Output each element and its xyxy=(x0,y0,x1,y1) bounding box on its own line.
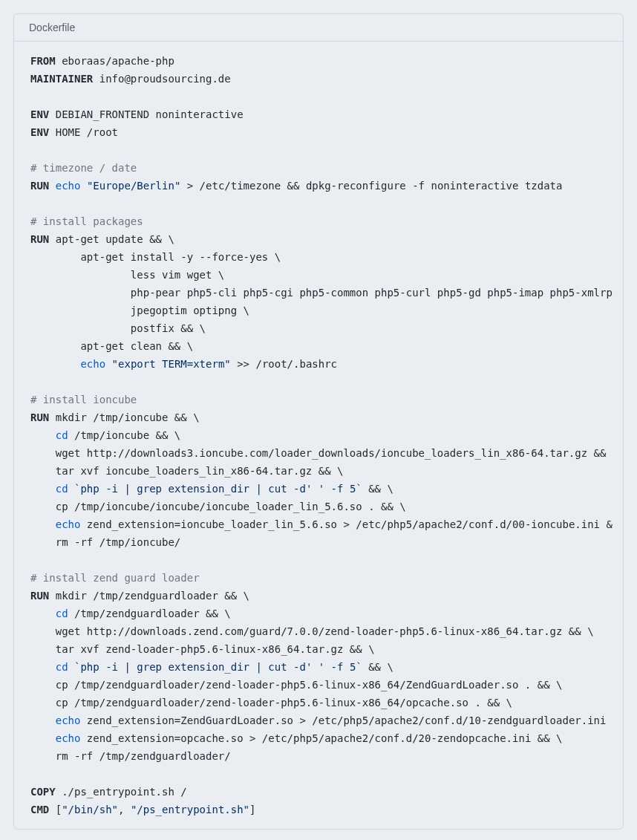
code-token: `php -i | grep extension_dir | cut -d' '… xyxy=(74,661,362,673)
code-token: jpegoptim optipng \ xyxy=(30,305,249,316)
code-line: rm -rf /tmp/zendguardloader/ xyxy=(17,747,623,765)
code-line: echo "export TERM=xterm" >> /root/.bashr… xyxy=(17,355,623,373)
code-token: zend_extension=ioncube_loader_lin_5.6.so… xyxy=(80,518,612,530)
code-token xyxy=(68,483,74,495)
code-token xyxy=(30,358,80,370)
code-token xyxy=(30,518,56,530)
code-token: zend_extension=ZendGuardLoader.so > /etc… xyxy=(80,714,606,726)
code-line xyxy=(17,373,623,391)
code-token: mkdir /tmp/zendguardloader && \ xyxy=(49,590,249,602)
code-token: "Europe/Berlin" xyxy=(87,180,180,192)
code-token xyxy=(30,714,56,726)
code-token: echo xyxy=(56,180,81,192)
code-line: cp /tmp/zendguardloader/zend-loader-php5… xyxy=(17,676,623,694)
code-line: tar xvf zend-loader-php5.6-linux-x86_64.… xyxy=(17,640,623,658)
code-line: tar xvf ioncube_loaders_lin_x86-64.tar.g… xyxy=(17,462,623,480)
code-line: MAINTAINER info@proudsourcing.de xyxy=(17,70,623,88)
code-token: # timezone / date xyxy=(30,162,137,174)
code-line xyxy=(17,551,623,569)
panel-title: Dockerfile xyxy=(14,14,623,42)
code-token: # install packages xyxy=(30,215,143,227)
code-line: cd `php -i | grep extension_dir | cut -d… xyxy=(17,658,623,676)
code-token: wget http://downloads3.ioncube.com/loade… xyxy=(30,447,606,459)
code-token: "/ps_entrypoint.sh" xyxy=(131,804,249,815)
code-token: ENV xyxy=(30,108,49,120)
code-token: less vim wget \ xyxy=(30,269,224,281)
code-token: rm -rf /tmp/zendguardloader/ xyxy=(30,750,231,762)
code-line: echo zend_extension=opcache.so > /etc/ph… xyxy=(17,729,623,747)
code-token: apt-get install -y --force-yes \ xyxy=(30,251,281,263)
code-line: cd /tmp/zendguardloader && \ xyxy=(17,605,623,622)
code-token: "export TERM=xterm" xyxy=(112,358,231,370)
code-line: RUN echo "Europe/Berlin" > /etc/timezone… xyxy=(17,177,623,195)
code-body[interactable]: FROM eboraas/apache-phpMAINTAINER info@p… xyxy=(14,42,623,829)
code-token: CMD xyxy=(30,804,49,815)
code-token xyxy=(30,608,56,619)
code-token: , xyxy=(118,804,131,815)
code-token: cp /tmp/ioncube/ioncube/ioncube_loader_l… xyxy=(30,501,406,512)
code-token: cd xyxy=(56,661,68,673)
code-line: RUN apt-get update && \ xyxy=(17,230,623,248)
code-line: # timezone / date xyxy=(17,159,623,177)
code-line: rm -rf /tmp/ioncube/ xyxy=(17,533,623,551)
code-token: cd xyxy=(56,483,68,495)
code-token: > /etc/timezone && dpkg-reconfigure -f n… xyxy=(180,180,562,192)
code-panel: Dockerfile FROM eboraas/apache-phpMAINTA… xyxy=(13,13,624,830)
code-token: cd xyxy=(56,608,68,619)
code-token: && \ xyxy=(362,661,393,673)
code-line: postfix && \ xyxy=(17,319,623,337)
code-token: echo xyxy=(56,518,81,530)
code-token: HOME /root xyxy=(49,126,118,138)
code-line: CMD ["/bin/sh", "/ps_entrypoint.sh"] xyxy=(17,801,623,818)
code-token: wget http://downloads.zend.com/guard/7.0… xyxy=(30,625,594,637)
code-token: mkdir /tmp/ioncube && \ xyxy=(49,411,199,423)
code-token: [ xyxy=(49,804,62,815)
code-token: MAINTAINER xyxy=(30,73,93,85)
code-line: echo zend_extension=ZendGuardLoader.so >… xyxy=(17,712,623,729)
code-line xyxy=(17,765,623,783)
code-line xyxy=(17,195,623,212)
code-token: postfix && \ xyxy=(30,322,206,334)
code-line: cp /tmp/ioncube/ioncube/ioncube_loader_l… xyxy=(17,498,623,515)
code-token xyxy=(30,483,56,495)
code-token: >> /root/.bashrc xyxy=(231,358,337,370)
code-line xyxy=(17,141,623,159)
code-token xyxy=(68,661,74,673)
code-line: # install packages xyxy=(17,212,623,230)
code-line: cd /tmp/ioncube && \ xyxy=(17,426,623,444)
code-line: less vim wget \ xyxy=(17,266,623,284)
code-line: jpegoptim optipng \ xyxy=(17,302,623,319)
code-token: RUN xyxy=(30,233,49,245)
code-token: cd xyxy=(56,429,68,441)
code-token: eboraas/apache-php xyxy=(56,55,174,67)
code-line: cp /tmp/zendguardloader/zend-loader-php5… xyxy=(17,694,623,712)
code-token xyxy=(30,732,56,744)
code-line xyxy=(17,88,623,105)
code-token xyxy=(49,180,55,192)
code-token: apt-get clean && \ xyxy=(30,340,193,352)
code-line: php-pear php5-cli php5-cgi php5-common p… xyxy=(17,284,623,302)
code-token: /tmp/ioncube && \ xyxy=(68,429,181,441)
code-token: cp /tmp/zendguardloader/zend-loader-php5… xyxy=(30,697,512,709)
code-line: RUN mkdir /tmp/ioncube && \ xyxy=(17,408,623,426)
code-token: "/bin/sh" xyxy=(62,804,118,815)
code-line: ENV DEBIAN_FRONTEND noninteractive xyxy=(17,105,623,123)
code-line: COPY ./ps_entrypoint.sh / xyxy=(17,783,623,801)
code-line: wget http://downloads.zend.com/guard/7.0… xyxy=(17,622,623,640)
code-token xyxy=(30,429,56,441)
code-token: RUN xyxy=(30,411,49,423)
code-line: # install zend guard loader xyxy=(17,569,623,587)
code-token: echo xyxy=(56,732,81,744)
code-token: ] xyxy=(249,804,255,815)
code-token: tar xvf zend-loader-php5.6-linux-x86_64.… xyxy=(30,643,375,655)
code-line: FROM eboraas/apache-php xyxy=(17,52,623,70)
code-token: echo xyxy=(80,358,105,370)
code-token: # install ioncube xyxy=(30,394,137,406)
code-line: ENV HOME /root xyxy=(17,123,623,141)
code-token: ENV xyxy=(30,126,49,138)
code-token: cp /tmp/zendguardloader/zend-loader-php5… xyxy=(30,679,562,691)
code-token xyxy=(30,661,56,673)
code-line: echo zend_extension=ioncube_loader_lin_5… xyxy=(17,515,623,533)
code-token: # install zend guard loader xyxy=(30,572,200,584)
code-line: apt-get clean && \ xyxy=(17,337,623,355)
